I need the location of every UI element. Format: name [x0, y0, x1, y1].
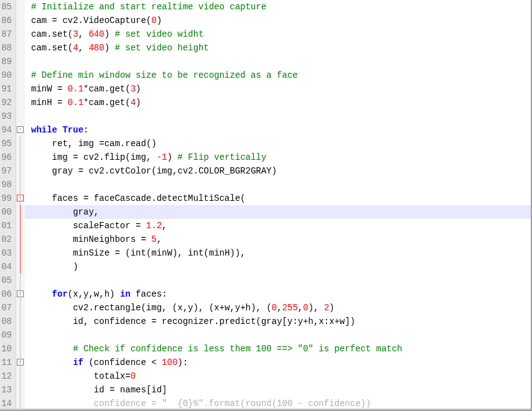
code-token: img — [52, 152, 73, 162]
code-token: 1.2 — [146, 221, 162, 231]
line-number: 07 — [0, 301, 12, 315]
line-number: 92 — [0, 96, 12, 109]
code-token — [120, 248, 125, 258]
line-number: 06 — [0, 287, 12, 301]
code-line[interactable]: # Initialize and start realtime video ca… — [31, 0, 531, 14]
code-line[interactable]: totalx=0 — [31, 369, 531, 383]
line-number: 99 — [0, 192, 12, 205]
code-line[interactable]: faces = faceCascade.detectMultiScale( — [31, 192, 531, 205]
code-token: ( — [88, 358, 93, 367]
code-line[interactable] — [31, 109, 531, 123]
code-token: ret — [52, 139, 68, 149]
line-number: 12 — [0, 369, 12, 383]
code-line[interactable]: for(x,y,w,h) in faces: — [31, 287, 531, 301]
code-token: , — [314, 316, 319, 326]
code-token: : — [324, 316, 329, 326]
code-token: cam — [31, 16, 52, 25]
code-token — [62, 98, 67, 108]
line-number: 88 — [0, 41, 12, 55]
code-line[interactable]: cam = cv2.VideoCapture(0) — [31, 14, 531, 27]
code-line[interactable]: if (confidence < 100): — [31, 356, 531, 369]
code-line[interactable]: cam.set(4, 480) # set video height — [31, 41, 531, 55]
line-number: 11 — [0, 356, 12, 369]
code-token: cv2.rectangle — [73, 303, 141, 313]
line-number: 02 — [0, 233, 12, 246]
line-number: 00 — [0, 205, 12, 219]
code-line[interactable]: ) — [31, 260, 531, 274]
code-token: w — [94, 289, 99, 299]
line-number: 86 — [0, 14, 12, 27]
code-token: ) — [272, 166, 277, 176]
code-line[interactable]: img = cv2.flip(img, -1) # Flip verticall… — [31, 150, 531, 164]
fold-margin[interactable]: −−−− — [16, 0, 25, 410]
code-token: 5 — [151, 234, 156, 244]
line-number: 14 — [0, 397, 12, 410]
code-token: minNeighbors — [73, 234, 141, 244]
code-token — [157, 358, 162, 367]
code-token: < — [151, 358, 156, 367]
line-number: 93 — [0, 109, 12, 123]
code-token: # set video widht — [114, 29, 203, 39]
code-line[interactable]: cam.set(3, 640) # set video widht — [31, 27, 531, 41]
code-token — [62, 84, 67, 94]
code-token: , — [78, 43, 89, 53]
code-token: # set video height — [114, 43, 208, 53]
code-line[interactable]: id = names[id] — [31, 383, 531, 397]
code-token: ), ( — [251, 303, 272, 313]
code-token: 0 — [272, 303, 277, 313]
code-token: -1 — [157, 152, 167, 162]
code-editor[interactable]: 8586878889909192939495969798990001020304… — [0, 0, 532, 411]
code-line[interactable] — [31, 55, 531, 68]
line-number: 08 — [0, 315, 12, 328]
code-token: = — [114, 248, 119, 258]
code-token: cam.get — [88, 98, 125, 108]
code-line[interactable]: minSize = (int(minW), int(minH)), — [31, 246, 531, 260]
code-token: ) — [136, 84, 141, 94]
code-token: img — [131, 152, 146, 162]
code-token: faceCascade.detectMultiScale — [88, 193, 240, 203]
code-line[interactable]: # Define min window size to be recognize… — [31, 68, 531, 82]
line-number: 05 — [0, 274, 12, 287]
code-line-truncated[interactable]: confidence = " {0}%".format(round(100 - … — [31, 397, 531, 410]
code-token: h — [246, 303, 251, 313]
code-token: if — [73, 358, 83, 367]
fold-toggle-icon[interactable]: − — [17, 126, 24, 133]
code-token: minW — [151, 248, 172, 258]
code-line[interactable]: cv2.rectangle(img, (x,y), (x+w,y+h), (0,… — [31, 301, 531, 315]
code-line[interactable]: ret, img =cam.read() — [31, 137, 531, 150]
code-token: ( — [240, 193, 245, 203]
code-token: gray — [73, 207, 94, 217]
code-line[interactable]: gray = cv2.cvtColor(img,cv2.COLOR_BGR2GR… — [31, 164, 531, 178]
code-line[interactable]: minH = 0.1*cam.get(4) — [31, 96, 531, 109]
code-token: , — [68, 139, 78, 149]
code-line[interactable] — [31, 274, 531, 287]
code-line[interactable]: scaleFactor = 1.2, — [31, 219, 531, 233]
code-token — [141, 221, 146, 231]
code-token: , — [78, 289, 83, 299]
code-token: 4 — [73, 43, 78, 53]
code-line[interactable]: id, confidence = recognizer.predict(gray… — [31, 315, 531, 328]
code-token: , — [230, 303, 235, 313]
code-token: w — [340, 316, 345, 326]
code-token: gray — [261, 316, 282, 326]
code-token: cam.read — [105, 139, 146, 149]
code-token: ( — [151, 166, 156, 176]
code-line[interactable] — [31, 178, 531, 192]
code-token: faces — [52, 193, 83, 203]
code-token: img — [78, 139, 100, 149]
code-token: img — [146, 303, 162, 313]
code-line[interactable]: minW = 0.1*cam.get(3) — [31, 82, 531, 96]
code-token: 4 — [131, 98, 136, 108]
code-line[interactable] — [31, 328, 531, 342]
code-token: = — [151, 316, 156, 326]
code-token: 0 — [151, 16, 156, 25]
code-line[interactable]: gray, — [25, 205, 531, 219]
code-line[interactable]: while True: — [31, 123, 531, 137]
code-area[interactable]: # Initialize and start realtime video ca… — [25, 0, 531, 410]
code-token: # Check if confidence is less them 100 =… — [73, 344, 402, 354]
code-line[interactable]: minNeighbors = 5, — [31, 233, 531, 246]
code-line[interactable]: # Check if confidence is less them 100 =… — [31, 342, 531, 356]
code-token: , — [83, 316, 94, 326]
code-token: 2 — [324, 303, 329, 313]
code-token: in — [120, 289, 131, 299]
